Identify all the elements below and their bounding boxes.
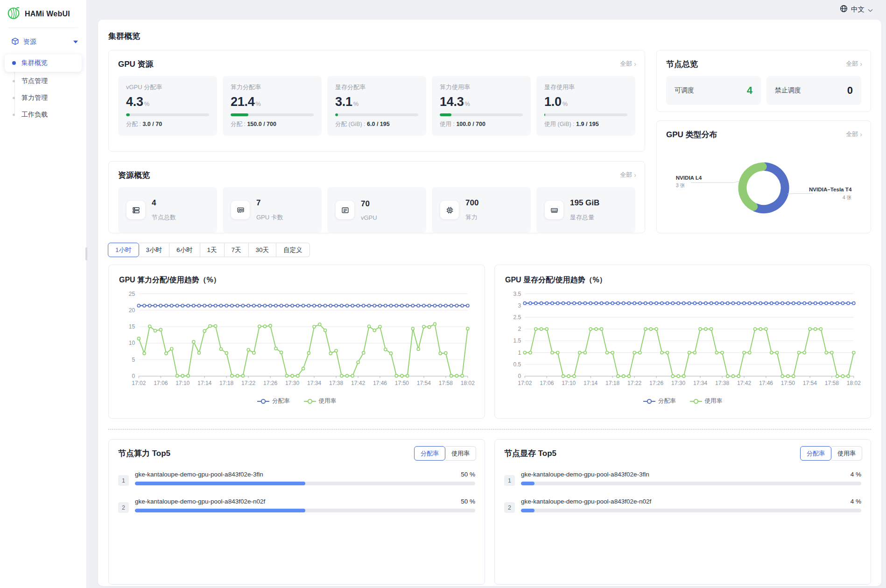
donut-slice[interactable] — [742, 167, 762, 206]
sidebar-collapse-handle[interactable] — [85, 247, 87, 260]
metric-label: 算力使用率 — [440, 83, 523, 91]
svg-text:17:22: 17:22 — [241, 380, 255, 386]
svg-text:17:58: 17:58 — [825, 380, 839, 386]
sidebar-item-item[interactable]: 工作负载 — [5, 107, 82, 122]
node-progress-bar — [135, 482, 475, 485]
svg-text:15: 15 — [129, 323, 135, 330]
svg-text:17:02: 17:02 — [132, 380, 146, 386]
donut-label-name: NVIDIA–Tesla T4 — [809, 186, 852, 192]
donut-label-name: NVIDIA L4 — [676, 175, 702, 181]
time-range-tab[interactable]: 自定义 — [276, 243, 310, 257]
svg-text:17:18: 17:18 — [219, 380, 233, 386]
top5-row-item: 1gke-kantaloupe-demo-gpu-pool-a843f02e-3… — [504, 471, 861, 486]
rank-badge: 2 — [118, 502, 129, 513]
resource-stat-tile: 195 GiB显存总量 — [536, 187, 635, 233]
top5-toggle-option[interactable]: 使用率 — [831, 446, 862, 461]
chart-title: GPU 算力分配/使用趋势（%） — [119, 275, 475, 285]
gpu-resources-title: GPU 资源 — [118, 59, 635, 70]
svg-text:18:02: 18:02 — [847, 380, 861, 386]
top5-toggle-group: 分配率使用率 — [414, 446, 476, 461]
language-selector[interactable]: 中文 — [840, 5, 873, 14]
svg-text:10: 10 — [129, 340, 135, 346]
svg-text:18:02: 18:02 — [461, 380, 475, 386]
rank-badge: 1 — [118, 475, 129, 486]
sidebar-item-active[interactable]: 集群概览 — [5, 54, 82, 72]
resource-overview-all-link[interactable]: 全部› — [620, 171, 636, 179]
sidebar-item-label: 节点管理 — [21, 77, 48, 85]
svg-text:17:10: 17:10 — [176, 380, 190, 386]
svg-text:17:06: 17:06 — [154, 380, 168, 386]
svg-text:17:42: 17:42 — [737, 380, 751, 386]
top5-toggle-group: 分配率使用率 — [800, 446, 862, 461]
top5-toggle-option[interactable]: 使用率 — [445, 446, 476, 461]
svg-text:25: 25 — [129, 290, 135, 297]
page-title: 集群概览 — [108, 31, 871, 42]
time-range-tab[interactable]: 30天 — [249, 243, 277, 257]
metric-value: 3.1% — [335, 95, 418, 109]
stat-value: 7 — [256, 198, 283, 208]
svg-text:3.5: 3.5 — [513, 290, 521, 297]
metric-label: 显存分配率 — [335, 83, 418, 91]
gpu-type-all-link[interactable]: 全部› — [846, 130, 862, 139]
sidebar: HAMi WebUI 资源 集群概览节点管理算力管理工作负载 — [0, 0, 87, 588]
line-chart: 00.511.522.533.517:0217:0617:1017:1417:1… — [504, 286, 861, 394]
time-range-tab[interactable]: 1小时 — [108, 243, 139, 257]
node-percent: 4 % — [851, 498, 861, 505]
resource-overview-title: 资源概览 — [118, 170, 635, 181]
menu-dot-icon — [12, 61, 16, 65]
time-range-tab[interactable]: 7天 — [225, 243, 249, 257]
donut-leader-line — [691, 181, 740, 182]
cube-icon — [11, 37, 19, 47]
metric-detail: 使用 (GiB) : 1.9 / 195 — [544, 120, 627, 128]
svg-text:0: 0 — [518, 373, 521, 379]
svg-text:17:58: 17:58 — [439, 380, 453, 386]
svg-text:5: 5 — [132, 357, 135, 363]
node-progress-bar — [521, 509, 861, 512]
node-percent: 4 % — [851, 471, 861, 478]
gpu-metric-tile: 算力使用率14.3%使用 : 100.0 / 700 — [432, 76, 531, 136]
svg-text:17:30: 17:30 — [285, 380, 299, 386]
hami-logo-icon — [7, 6, 21, 22]
top5-toggle-selected[interactable]: 分配率 — [800, 446, 831, 461]
legend-item[interactable]: 分配率 — [643, 397, 676, 405]
top5-row-item: 1gke-kantaloupe-demo-gpu-pool-a843f02e-3… — [118, 471, 475, 486]
sidebar-item-label: 集群概览 — [21, 59, 48, 67]
legend-item[interactable]: 使用率 — [304, 397, 337, 405]
gpu-type-donut-chart: NVIDIA L43 张NVIDIA–Tesla T44 张 — [666, 141, 861, 234]
sidebar-divider — [8, 28, 78, 28]
time-range-tab[interactable]: 1天 — [200, 243, 225, 257]
donut-slice[interactable] — [755, 167, 785, 209]
legend-label: 使用率 — [319, 397, 337, 405]
sidebar-item-item[interactable]: 节点管理 — [5, 73, 82, 89]
top5-toggle-selected[interactable]: 分配率 — [414, 446, 445, 461]
legend-marker-icon — [257, 399, 269, 404]
metric-value: 4.3% — [126, 95, 209, 109]
stat-label: GPU 卡数 — [256, 213, 283, 222]
gpu-metric-tile: vGPU 分配率4.3%分配 : 3.0 / 70 — [118, 76, 217, 136]
top5-list: 1gke-kantaloupe-demo-gpu-pool-a843f02e-3… — [504, 471, 861, 513]
rank-badge: 1 — [504, 475, 515, 486]
time-range-tab[interactable]: 6小时 — [169, 243, 200, 257]
legend-marker-icon — [643, 399, 655, 404]
node-status-label: 禁止调度 — [775, 86, 801, 95]
svg-text:1: 1 — [518, 350, 521, 356]
legend-item[interactable]: 分配率 — [257, 397, 290, 405]
node-status-value: 4 — [747, 84, 752, 97]
legend-item[interactable]: 使用率 — [690, 397, 723, 405]
sidebar-menu: 集群概览节点管理算力管理工作负载 — [0, 54, 86, 122]
brand: HAMi WebUI — [0, 0, 86, 28]
svg-text:17:22: 17:22 — [627, 380, 641, 386]
gpu-resources-all-link[interactable]: 全部› — [620, 60, 636, 68]
globe-icon — [840, 5, 848, 14]
sidebar-group-resources[interactable]: 资源 — [0, 32, 86, 52]
sidebar-item-item[interactable]: 算力管理 — [5, 90, 82, 105]
time-range-tab[interactable]: 3小时 — [139, 243, 170, 257]
language-label: 中文 — [851, 5, 865, 14]
chevron-right-icon: › — [860, 131, 862, 138]
svg-text:17:14: 17:14 — [197, 380, 211, 386]
svg-text:17:34: 17:34 — [307, 380, 321, 386]
donut-label-count: 4 张 — [843, 195, 852, 200]
node-overview-all-link[interactable]: 全部› — [846, 60, 862, 68]
donut-leader-line — [788, 194, 813, 194]
metric-unit: % — [353, 100, 359, 107]
